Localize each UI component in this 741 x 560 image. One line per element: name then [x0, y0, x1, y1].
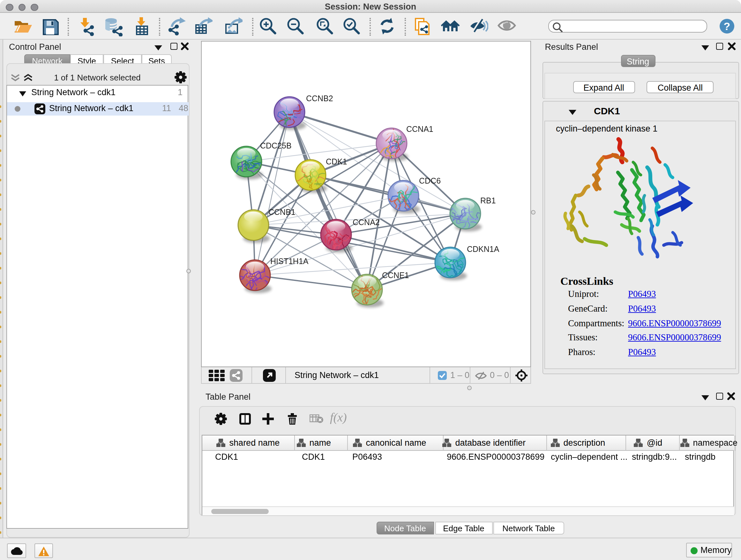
svg-text:CCNE1: CCNE1	[382, 270, 409, 279]
svg-text:HIST1H1A: HIST1H1A	[270, 256, 308, 265]
svg-text:CCNA2: CCNA2	[352, 217, 380, 226]
svg-text:CDKN1A: CDKN1A	[467, 244, 499, 253]
svg-text:CDC25B: CDC25B	[260, 141, 291, 150]
svg-text:CDC6: CDC6	[419, 176, 441, 185]
svg-text:CCNB1: CCNB1	[268, 207, 295, 216]
svg-text:CDK1: CDK1	[326, 157, 347, 166]
svg-text:?: ?	[724, 20, 731, 32]
svg-text:CCNA1: CCNA1	[406, 124, 433, 133]
svg-text:CCNB2: CCNB2	[306, 94, 333, 103]
svg-text:RB1: RB1	[480, 196, 495, 205]
